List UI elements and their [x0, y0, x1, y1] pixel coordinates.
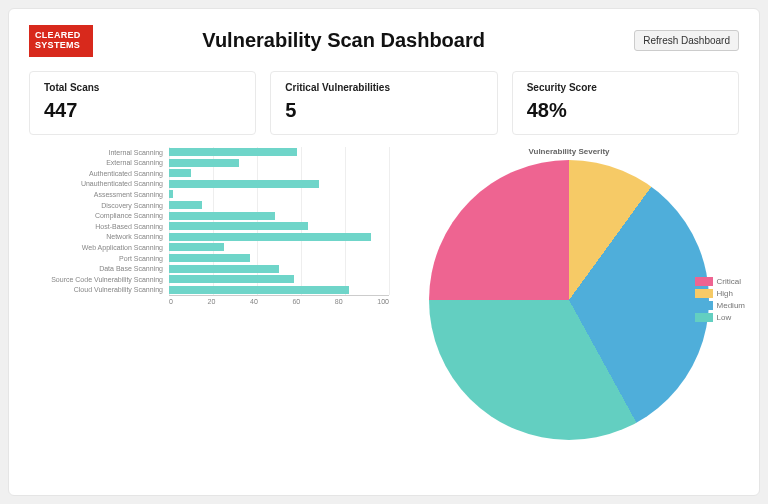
- bar-track: [169, 180, 389, 188]
- bar-fill: [169, 180, 319, 188]
- card-value: 5: [285, 99, 482, 122]
- bar-label: Source Code Vulnerability Scanning: [29, 276, 169, 283]
- bar-label: Network Scanning: [29, 233, 169, 240]
- bar-fill: [169, 169, 191, 177]
- bar-label: Cloud Vulnerability Scanning: [29, 286, 169, 293]
- bar-row: Internal Scanning: [29, 147, 389, 158]
- bar-row: Assessment Scanning: [29, 189, 389, 200]
- bar-fill: [169, 212, 275, 220]
- bar-track: [169, 233, 389, 241]
- bar-label: External Scanning: [29, 159, 169, 166]
- bar-area: Internal ScanningExternal ScanningAuthen…: [29, 147, 389, 295]
- bar-row: Port Scanning: [29, 253, 389, 264]
- bar-row: External Scanning: [29, 157, 389, 168]
- bar-row: Compliance Scanning: [29, 210, 389, 221]
- legend-item: Critical: [695, 277, 745, 286]
- bar-label: Web Application Scanning: [29, 244, 169, 251]
- card-value: 447: [44, 99, 241, 122]
- bar-track: [169, 265, 389, 273]
- pie-title: Vulnerability Severity: [399, 147, 739, 156]
- bar-fill: [169, 265, 279, 273]
- card-security-score: Security Score 48%: [512, 71, 739, 135]
- bar-track: [169, 169, 389, 177]
- bar-track: [169, 148, 389, 156]
- x-tick: 60: [292, 298, 300, 305]
- bar-row: Unauthenticated Scanning: [29, 179, 389, 190]
- header: CLEARED SYSTEMS Vulnerability Scan Dashb…: [29, 25, 739, 57]
- bar-track: [169, 201, 389, 209]
- summary-cards: Total Scans 447 Critical Vulnerabilities…: [29, 71, 739, 135]
- bar-fill: [169, 243, 224, 251]
- legend-swatch: [695, 313, 713, 322]
- x-tick: 80: [335, 298, 343, 305]
- card-critical: Critical Vulnerabilities 5: [270, 71, 497, 135]
- legend-label: Low: [717, 313, 732, 322]
- severity-pie-chart: Vulnerability Severity CriticalHighMediu…: [399, 147, 739, 440]
- bar-label: Host-Based Scanning: [29, 223, 169, 230]
- bar-row: Data Base Scanning: [29, 263, 389, 274]
- bar-label: Discovery Scanning: [29, 202, 169, 209]
- legend-item: High: [695, 289, 745, 298]
- card-label: Security Score: [527, 82, 724, 93]
- bar-label: Compliance Scanning: [29, 212, 169, 219]
- bar-fill: [169, 148, 297, 156]
- bar-fill: [169, 254, 250, 262]
- bar-fill: [169, 275, 294, 283]
- bar-row: Authenticated Scanning: [29, 168, 389, 179]
- x-tick: 20: [208, 298, 216, 305]
- bar-track: [169, 190, 389, 198]
- pie-legend: CriticalHighMediumLow: [695, 277, 745, 325]
- legend-swatch: [695, 277, 713, 286]
- bar-track: [169, 159, 389, 167]
- bar-fill: [169, 159, 239, 167]
- x-tick: 40: [250, 298, 258, 305]
- card-label: Critical Vulnerabilities: [285, 82, 482, 93]
- bar-label: Authenticated Scanning: [29, 170, 169, 177]
- bar-track: [169, 254, 389, 262]
- bar-fill: [169, 233, 371, 241]
- charts-row: Internal ScanningExternal ScanningAuthen…: [29, 147, 739, 440]
- card-total-scans: Total Scans 447: [29, 71, 256, 135]
- bar-label: Assessment Scanning: [29, 191, 169, 198]
- bar-row: Host-Based Scanning: [29, 221, 389, 232]
- bar-row: Cloud Vulnerability Scanning: [29, 285, 389, 296]
- bar-track: [169, 212, 389, 220]
- bar-fill: [169, 190, 173, 198]
- card-value: 48%: [527, 99, 724, 122]
- legend-swatch: [695, 301, 713, 310]
- bar-row: Web Application Scanning: [29, 242, 389, 253]
- dashboard-container: CLEARED SYSTEMS Vulnerability Scan Dashb…: [8, 8, 760, 496]
- bar-fill: [169, 222, 308, 230]
- bar-fill: [169, 201, 202, 209]
- card-label: Total Scans: [44, 82, 241, 93]
- legend-item: Medium: [695, 301, 745, 310]
- x-tick: 0: [169, 298, 173, 305]
- x-axis: 020406080100: [169, 295, 389, 305]
- legend-label: Medium: [717, 301, 745, 310]
- refresh-button[interactable]: Refresh Dashboard: [634, 30, 739, 51]
- bar-fill: [169, 286, 349, 294]
- bar-row: Network Scanning: [29, 232, 389, 243]
- bar-track: [169, 275, 389, 283]
- pie-graphic: [429, 160, 709, 440]
- bar-row: Discovery Scanning: [29, 200, 389, 211]
- legend-label: Critical: [717, 277, 741, 286]
- bar-track: [169, 286, 389, 294]
- bar-label: Data Base Scanning: [29, 265, 169, 272]
- bar-track: [169, 243, 389, 251]
- legend-swatch: [695, 289, 713, 298]
- legend-label: High: [717, 289, 733, 298]
- bar-track: [169, 222, 389, 230]
- bar-row: Source Code Vulnerability Scanning: [29, 274, 389, 285]
- page-title: Vulnerability Scan Dashboard: [53, 29, 634, 52]
- scan-types-bar-chart: Internal ScanningExternal ScanningAuthen…: [29, 147, 389, 440]
- bar-label: Port Scanning: [29, 255, 169, 262]
- x-tick: 100: [377, 298, 389, 305]
- bar-label: Internal Scanning: [29, 149, 169, 156]
- bar-label: Unauthenticated Scanning: [29, 180, 169, 187]
- legend-item: Low: [695, 313, 745, 322]
